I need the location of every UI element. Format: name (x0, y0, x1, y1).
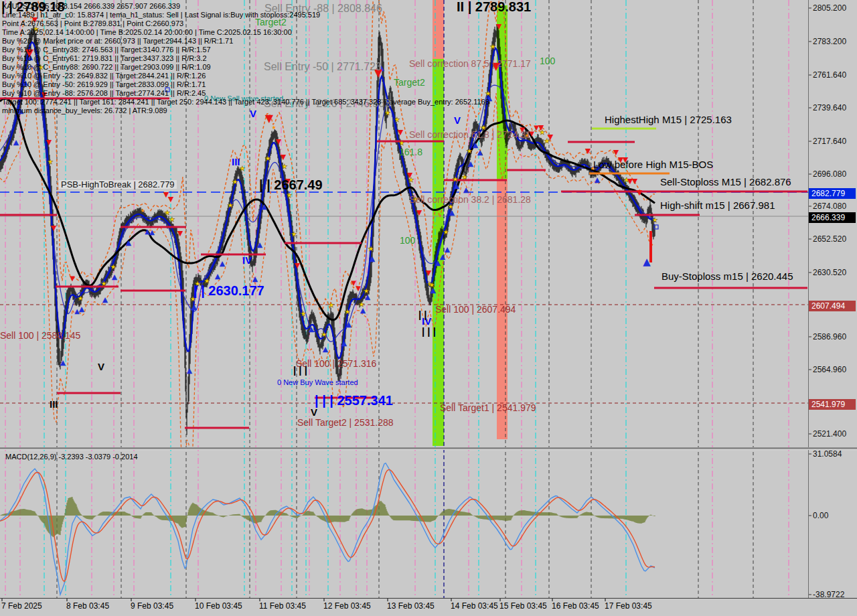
time-tick-label: 11 Feb 03:45 (259, 602, 306, 610)
svg-text:★: ★ (265, 155, 271, 162)
svg-text:▲: ▲ (341, 339, 347, 348)
svg-text:★: ★ (282, 163, 288, 170)
svg-text:▲: ▲ (346, 320, 352, 329)
chart-label: Sell-Stoploss M15 | 2682.876 (660, 177, 791, 187)
price-marker-box: 2607.494 (809, 301, 856, 311)
svg-text:▲: ▲ (477, 148, 483, 157)
price-tick-label: 2761.640 (813, 71, 846, 79)
macd-pane (0, 463, 655, 595)
chart-label: 0 New Buy Wave started (277, 379, 358, 386)
info-line: Buy %10 @ C_Entry38: 2746.563 || Target:… (2, 46, 211, 54)
chart-label: Sell correction 38.2 | 2681.28 (409, 195, 531, 204)
svg-text:★: ★ (232, 178, 238, 185)
svg-text:▼: ▼ (356, 285, 361, 292)
svg-text:▲: ▲ (323, 345, 329, 354)
info-line: Buy %10 @ C_Entry61: 2719.831 || Target:… (2, 54, 207, 63)
price-tick-label: 2674.080 (813, 202, 846, 210)
time-tick-label: 13 Feb 03:45 (387, 602, 435, 610)
price-tick-label: 2521.400 (813, 430, 846, 438)
svg-text:▲: ▲ (468, 159, 474, 168)
svg-text:★: ★ (329, 301, 335, 309)
svg-text:▲: ▲ (309, 325, 314, 333)
info-line: Line:1489 | h1_atr_c0: 15.8374 | tema_h1… (2, 11, 320, 19)
svg-text:▲: ▲ (440, 252, 446, 261)
svg-text:▼: ▼ (265, 112, 274, 125)
svg-text:▲: ▲ (252, 275, 258, 283)
svg-text:▲: ▲ (454, 181, 460, 190)
svg-text:★: ★ (271, 125, 276, 131)
chart-label: V (454, 115, 461, 125)
time-tick-label: 16 Feb 03:45 (552, 602, 599, 610)
price-marker-box: 2541.979 (809, 399, 856, 410)
chart-label: Sell 100 | 2571.316 (296, 359, 376, 368)
info-line: minimum distance_buy_levels: 26.732 | AT… (2, 106, 167, 115)
chart-label: 100 (540, 56, 555, 66)
pane-separator[interactable] (0, 447, 857, 450)
svg-text:★: ★ (169, 216, 175, 223)
svg-text:★: ★ (408, 176, 414, 183)
chart-label: V (98, 362, 104, 372)
svg-text:▲: ▲ (60, 358, 66, 367)
time-tick-label: 9 Feb 03:45 (131, 602, 173, 610)
trading-chart-window: ▲▲▲▲▼★★▼▼★▼▲▼▲▲★▲★▲★▲★▲▲▼★▼★▼▲▲★★★▲▲★★★▲… (0, 0, 857, 616)
info-line: Time A:2025.02.14 14:00:00 | Time B:2025… (2, 28, 292, 37)
svg-text:▼: ▼ (548, 133, 554, 141)
price-tick-label: 2783.200 (813, 37, 846, 46)
chart-label: | | | 2557.341 (315, 394, 393, 407)
chart-label: Sell correction 87.5 | 2771.17 (409, 59, 531, 68)
macd-indicator-label: MACD(12,26,9) -3.2393 -3.0379 -0.2014 (5, 453, 138, 461)
svg-text:▲: ▲ (149, 228, 155, 236)
svg-text:★: ★ (228, 202, 234, 209)
time-tick-label: 7 Feb 2025 (1, 602, 42, 610)
chart-label: 100 (400, 236, 415, 245)
price-tick-label: 2652.520 (813, 235, 846, 243)
chart-label: Sell Target1 | 2541.979 (440, 403, 536, 412)
svg-text:★: ★ (110, 263, 116, 271)
svg-text:★: ★ (368, 245, 374, 252)
chart-label: Sell Entry -50 | 2771.723 (264, 62, 382, 72)
svg-text:▼: ▼ (398, 128, 404, 137)
svg-text:★: ★ (287, 191, 293, 199)
info-line: Buy %10 @ Entry -23: 2649.832 || Target:… (2, 72, 206, 80)
svg-text:★: ★ (453, 175, 459, 183)
chart-label: Low before High M15-BOS (593, 159, 713, 169)
price-tick-label: 2630.520 (813, 268, 846, 277)
svg-text:★: ★ (385, 109, 391, 117)
time-tick-label: 14 Feb 03:45 (451, 602, 498, 610)
chart-label: Target2 (394, 78, 425, 87)
chart-label: V (311, 407, 317, 417)
svg-text:★: ★ (301, 310, 307, 317)
svg-text:▲: ▲ (13, 138, 19, 147)
svg-text:★: ★ (443, 228, 449, 236)
price-tick-label: -38.9722 (813, 591, 844, 599)
chart-label: 161.8 (399, 147, 422, 157)
chart-label: III (50, 399, 58, 409)
chart-label: | | 2630.177 (193, 284, 264, 297)
svg-text:▲: ▲ (370, 254, 376, 263)
svg-text:▲: ▲ (595, 175, 601, 184)
svg-text:★: ★ (485, 90, 491, 97)
svg-text:★: ★ (652, 216, 658, 224)
info-line: Buy %10 @ Entry -88: 2576.208 || Target:… (2, 89, 206, 98)
svg-text:★: ★ (462, 173, 468, 181)
price-tick-label: 31.0584 (813, 450, 842, 458)
chart-label: | | (418, 309, 427, 319)
info-line: Target 100: 2774.241 || Target 161: 2844… (2, 98, 489, 106)
chart-label: PSB-HighToBreak | 2682.779 (59, 180, 177, 189)
price-tick-label: 2696.080 (813, 170, 846, 178)
info-line: Buy %20 @ Market price or at: 2660.973 |… (2, 37, 233, 46)
svg-text:▼: ▼ (585, 147, 591, 155)
svg-text:★: ★ (490, 43, 496, 50)
chart-label: HighestHigh M15 | 2725.163 (605, 114, 732, 125)
svg-text:▼: ▼ (632, 177, 638, 185)
time-tick-label: 8 Feb 03:45 (66, 602, 109, 610)
svg-text:▲: ▲ (257, 240, 263, 249)
time-tick-label: 12 Feb 03:45 (323, 602, 371, 610)
svg-text:▲: ▲ (187, 366, 193, 375)
chart-label: | | | (293, 365, 307, 375)
price-tick-label: 2739.640 (813, 104, 846, 112)
chart-label: High-shift m15 | 2667.981 (660, 200, 775, 210)
chart-label: Sell correction 61.8 | 2724.31 (409, 130, 531, 139)
chart-label: Sell Target2 | 2531.288 (297, 418, 394, 427)
price-tick-label: 2586.960 (813, 333, 846, 341)
